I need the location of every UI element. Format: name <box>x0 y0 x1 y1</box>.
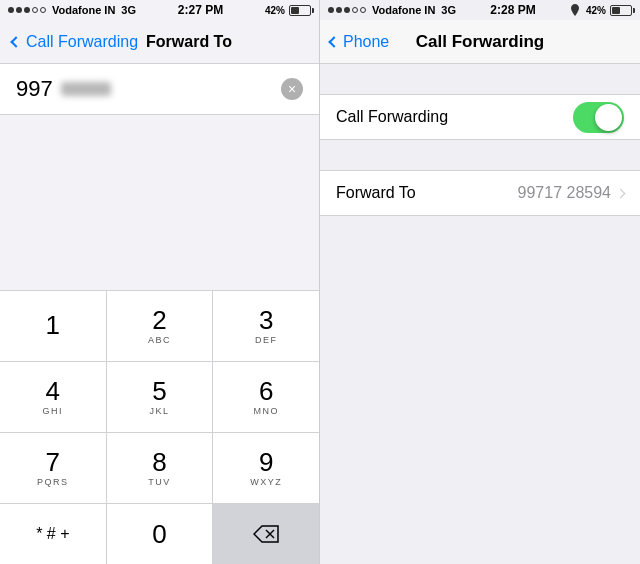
call-forwarding-toggle[interactable] <box>573 102 624 133</box>
key-7[interactable]: 7 PQRS <box>0 433 107 503</box>
battery-pct-left: 42% <box>265 5 285 16</box>
right-panel: Vodafone IN 3G 2:28 PM 42% Phone Call Fo… <box>320 0 640 564</box>
key-3[interactable]: 3 DEF <box>213 291 319 361</box>
forward-to-value: 99717 28594 <box>518 184 611 202</box>
battery-fill-right <box>612 7 620 14</box>
key-4[interactable]: 4 GHI <box>0 362 107 432</box>
key-symbols[interactable]: * # + <box>0 504 107 564</box>
nav-title-right: Call Forwarding <box>416 32 544 52</box>
back-button-right[interactable]: Phone <box>330 33 389 51</box>
phone-input-area: 997 × <box>0 64 319 115</box>
key-9[interactable]: 9 WXYZ <box>213 433 319 503</box>
nav-title-left: Forward To <box>146 33 232 51</box>
nav-bar-right: Phone Call Forwarding <box>320 20 640 64</box>
key-2[interactable]: 2 ABC <box>107 291 214 361</box>
call-forwarding-label: Call Forwarding <box>336 108 573 126</box>
backspace-icon <box>253 525 279 543</box>
keypad: 1 2 ABC 3 DEF 4 GHI 5 JKL 6 MNO <box>0 290 319 564</box>
chevron-back-icon <box>328 36 339 47</box>
back-label-left: Call Forwarding <box>26 33 138 51</box>
time-right: 2:28 PM <box>490 3 535 17</box>
call-forwarding-row: Call Forwarding <box>320 95 640 139</box>
forward-to-row[interactable]: Forward To 99717 28594 <box>320 171 640 215</box>
left-status-icons: Vodafone IN 3G <box>8 4 136 16</box>
key-1[interactable]: 1 <box>0 291 107 361</box>
nav-bar-left: Call Forwarding Forward To <box>0 20 319 64</box>
keypad-spacer <box>0 115 319 290</box>
right-status-icons-right: 42% <box>570 4 632 16</box>
keypad-bottom-row: * # + 0 <box>0 503 319 564</box>
location-icon <box>570 4 580 16</box>
left-panel: Vodafone IN 3G 2:27 PM 42% Call Forwardi… <box>0 0 320 564</box>
time-left: 2:27 PM <box>178 3 223 17</box>
call-forwarding-group: Call Forwarding <box>320 94 640 140</box>
blurred-number <box>61 82 111 96</box>
number-text: 997 <box>16 76 53 102</box>
battery-icon-left <box>289 5 311 16</box>
battery-fill-left <box>291 7 299 14</box>
signal-icon <box>8 7 46 13</box>
forward-to-chevron-icon <box>616 188 626 198</box>
forward-to-group: Forward To 99717 28594 <box>320 170 640 216</box>
toggle-knob <box>595 104 622 131</box>
carrier-left: Vodafone IN <box>52 4 115 16</box>
back-label-right: Phone <box>343 33 389 51</box>
clear-button[interactable]: × <box>281 78 303 100</box>
network-right: 3G <box>441 4 456 16</box>
network-left: 3G <box>121 4 136 16</box>
status-bar-left: Vodafone IN 3G 2:27 PM 42% <box>0 0 319 20</box>
chevron-left-icon <box>10 36 21 47</box>
key-backspace[interactable] <box>213 504 319 564</box>
keypad-row-1: 1 2 ABC 3 DEF <box>0 290 319 361</box>
key-6[interactable]: 6 MNO <box>213 362 319 432</box>
keypad-row-3: 7 PQRS 8 TUV 9 WXYZ <box>0 432 319 503</box>
right-status-icons-left: Vodafone IN 3G <box>328 4 456 16</box>
keypad-row-2: 4 GHI 5 JKL 6 MNO <box>0 361 319 432</box>
zero-label: 0 <box>152 519 166 550</box>
right-status-left: 42% <box>265 5 311 16</box>
key-5[interactable]: 5 JKL <box>107 362 214 432</box>
signal-icon-right <box>328 7 366 13</box>
carrier-right: Vodafone IN <box>372 4 435 16</box>
clear-icon: × <box>288 81 296 97</box>
key-8[interactable]: 8 TUV <box>107 433 214 503</box>
symbols-label: * # + <box>36 525 69 543</box>
battery-pct-right: 42% <box>586 5 606 16</box>
battery-icon-right <box>610 5 632 16</box>
back-button-left[interactable]: Call Forwarding <box>12 33 138 51</box>
forward-to-label: Forward To <box>336 184 518 202</box>
phone-number-display: 997 <box>16 76 281 102</box>
status-bar-right: Vodafone IN 3G 2:28 PM 42% <box>320 0 640 20</box>
key-0[interactable]: 0 <box>107 504 214 564</box>
